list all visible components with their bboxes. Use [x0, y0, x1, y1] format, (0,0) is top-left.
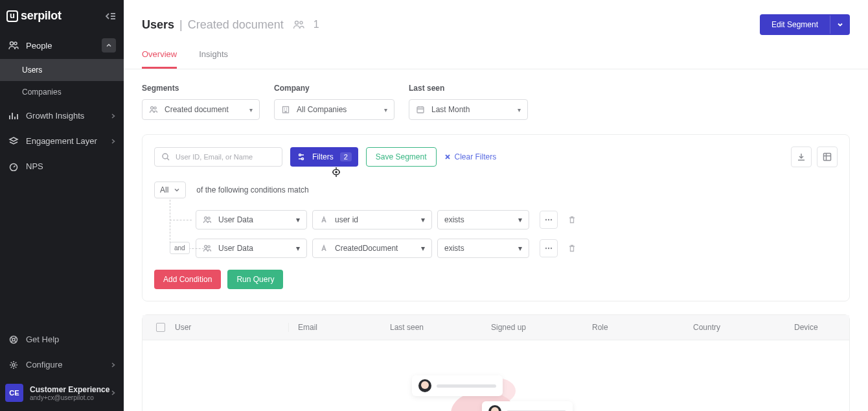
nav-configure[interactable]: Configure — [0, 352, 124, 377]
svg-point-14 — [302, 158, 304, 160]
people-icon — [149, 106, 158, 113]
svg-point-19 — [545, 219, 547, 220]
clear-filters-button[interactable]: Clear Filters — [444, 152, 497, 161]
lastseen-select[interactable]: Last Month ▾ — [409, 99, 528, 120]
select-value: All Companies — [297, 105, 378, 114]
th-lastseen[interactable]: Last seen — [390, 323, 491, 332]
nav-engagement-layer[interactable]: Engagement Layer — [0, 128, 124, 154]
th-device[interactable]: Device — [794, 323, 840, 332]
edit-segment-button[interactable]: Edit Segment — [760, 14, 830, 35]
builder-actions: Add Condition Run Query — [154, 270, 838, 289]
search-input-wrapper — [154, 147, 282, 167]
nav-get-help[interactable]: Get Help — [0, 327, 124, 352]
lifebuoy-icon — [8, 335, 19, 344]
filters-label: Filters — [312, 152, 334, 161]
more-button[interactable] — [540, 239, 558, 257]
svg-point-9 — [154, 107, 156, 109]
people-count-icon — [293, 19, 306, 30]
filter-segments: Segments Created document ▾ — [142, 84, 260, 120]
th-role[interactable]: Role — [592, 323, 693, 332]
segments-select[interactable]: Created document ▾ — [142, 99, 260, 120]
condition-operator-select[interactable]: exists ▾ — [437, 210, 529, 229]
th-signedup[interactable]: Signed up — [491, 323, 592, 332]
delete-button[interactable] — [563, 211, 581, 229]
caret-down-icon: ▾ — [296, 244, 300, 253]
condition-type-select[interactable]: User Data ▾ — [196, 210, 307, 229]
builder-toolbar: Filters 2 Save Segment Clear Filters — [154, 147, 838, 167]
filter-company: Company All Companies ▾ — [274, 84, 394, 120]
svg-rect-15 — [824, 154, 831, 161]
run-query-button[interactable]: Run Query — [227, 270, 283, 289]
columns-button[interactable] — [817, 147, 838, 167]
match-row: All of the following conditions match — [154, 182, 838, 198]
top-filters: Segments Created document ▾ Company All … — [124, 69, 868, 134]
th-email[interactable]: Email — [289, 323, 390, 332]
nav-label: Growth Insights — [26, 111, 111, 121]
gauge-icon — [8, 162, 19, 171]
delete-button[interactable] — [563, 239, 581, 257]
nav-label: Get Help — [26, 335, 116, 344]
search-icon — [161, 152, 170, 161]
caret-down-icon: ▾ — [421, 215, 425, 224]
svg-point-26 — [551, 248, 552, 249]
user-count: 1 — [314, 19, 319, 30]
text-icon — [319, 244, 328, 252]
svg-point-25 — [548, 248, 549, 249]
nav-label: Configure — [26, 360, 111, 370]
download-button[interactable] — [791, 147, 812, 167]
add-condition-button[interactable]: Add Condition — [154, 270, 221, 289]
condition-field-select[interactable]: CreatedDocument ▾ — [312, 239, 432, 258]
match-selector[interactable]: All — [154, 182, 186, 198]
nav-label: People — [26, 41, 102, 51]
svg-point-13 — [299, 154, 301, 156]
filters-button[interactable]: Filters 2 — [290, 147, 358, 167]
svg-point-21 — [551, 219, 552, 220]
tabs: Overview Insights — [124, 35, 868, 69]
condition-field-select[interactable]: user id ▾ — [312, 210, 432, 229]
svg-point-12 — [163, 154, 168, 159]
chevron-right-icon — [111, 362, 116, 368]
layers-icon — [8, 137, 19, 146]
svg-point-7 — [300, 21, 303, 24]
svg-point-17 — [205, 217, 207, 220]
more-button[interactable] — [540, 211, 558, 229]
condition-type-select[interactable]: User Data ▾ — [196, 239, 307, 258]
building-icon — [281, 106, 290, 113]
condition-row: and User Data ▾ CreatedDocument ▾ e — [196, 239, 838, 258]
workspace-switcher[interactable]: CE Customer Experience andy+cx@userpilot… — [0, 377, 124, 411]
nav-growth-insights[interactable]: Growth Insights — [0, 103, 124, 128]
workspace-info: Customer Experience andy+cx@userpilot.co — [30, 385, 111, 401]
condition-operator-select[interactable]: exists ▾ — [437, 239, 529, 258]
tab-overview[interactable]: Overview — [142, 49, 177, 69]
svg-point-5 — [12, 364, 15, 366]
save-segment-button[interactable]: Save Segment — [366, 147, 437, 167]
nav-sub-users[interactable]: Users — [0, 59, 124, 81]
table-header: User Email Last seen Signed up Role Coun… — [143, 315, 849, 340]
nav-group-people[interactable]: People — [0, 32, 124, 59]
select-value: CreatedDocument — [335, 244, 415, 253]
title-segment: Created document — [188, 18, 284, 32]
empty-state — [143, 340, 849, 411]
th-user[interactable]: User — [175, 323, 289, 332]
match-text: of the following conditions match — [196, 185, 308, 194]
edit-segment-dropdown[interactable] — [830, 16, 850, 34]
nav-nps[interactable]: NPS — [0, 154, 124, 179]
svg-point-8 — [151, 107, 154, 110]
calendar-icon — [416, 106, 425, 113]
nav-sub-companies[interactable]: Companies — [0, 81, 124, 103]
search-input[interactable] — [176, 153, 275, 161]
th-country[interactable]: Country — [693, 323, 794, 332]
text-icon — [319, 216, 328, 224]
sliders-icon — [297, 153, 306, 161]
collapse-sidebar-icon[interactable] — [106, 12, 116, 21]
select-all-checkbox[interactable] — [152, 323, 170, 332]
people-icon — [8, 41, 19, 50]
select-value: user id — [335, 215, 415, 224]
page-title: Users | Created document 1 — [142, 18, 319, 32]
tab-insights[interactable]: Insights — [199, 49, 228, 69]
company-select[interactable]: All Companies ▾ — [274, 99, 394, 120]
svg-point-18 — [208, 217, 210, 219]
svg-point-16 — [336, 172, 337, 173]
svg-point-6 — [295, 21, 298, 25]
edit-segment-button-group: Edit Segment — [760, 14, 850, 35]
